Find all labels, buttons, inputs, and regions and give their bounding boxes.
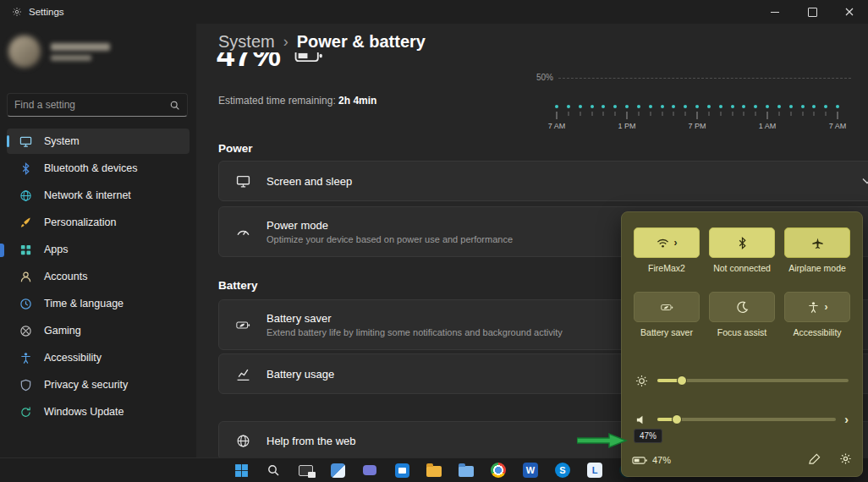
start-button[interactable] [230, 459, 252, 481]
user-profile[interactable] [8, 36, 110, 68]
card-screen-and-sleep[interactable]: Screen and sleep [218, 161, 868, 201]
microsoft-store-button[interactable] [391, 459, 413, 481]
sidebar-item-bluetooth-devices[interactable]: Bluetooth & devices [7, 156, 190, 181]
chart-tick [826, 112, 827, 116]
volume-output-chevron-icon[interactable]: › [844, 413, 849, 426]
chart-dot [719, 105, 722, 108]
breadcrumb-parent[interactable]: System [218, 32, 275, 52]
chart-tick [627, 112, 628, 119]
sidebar-item-personalization[interactable]: Personalization [7, 210, 190, 235]
focus-assist-tile[interactable] [709, 292, 775, 322]
widgets-button[interactable] [327, 459, 349, 481]
chart-tick [615, 112, 616, 116]
close-icon [845, 8, 854, 16]
selected-accent-bar [7, 135, 9, 147]
chevron-down-icon[interactable] [862, 178, 868, 184]
airplane-mode-tile-label: Airplane mode [788, 263, 846, 273]
sidebar-item-network-internet[interactable]: Network & internet [7, 183, 190, 208]
windows-update-icon [19, 405, 32, 419]
folder-icon [459, 466, 474, 477]
brightness-slider[interactable] [657, 375, 849, 386]
chevron-right-icon: › [674, 238, 678, 248]
chart-dot [812, 105, 816, 108]
volume-slider-thumb[interactable] [672, 414, 682, 424]
chevron-right-icon: › [825, 302, 828, 312]
chart-dot [602, 105, 605, 108]
maximize-button[interactable] [794, 0, 831, 24]
chart-tick [778, 112, 779, 116]
battery-status-indicator[interactable]: 47% [632, 455, 671, 465]
search-input[interactable] [8, 99, 169, 111]
airplane-mode-tile[interactable] [784, 227, 850, 258]
chart-tick [814, 112, 815, 116]
search-icon [266, 463, 280, 477]
skype-button[interactable]: S [552, 459, 574, 481]
accessibility-icon [807, 301, 820, 314]
sidebar-item-windows-update[interactable]: Windows Update [7, 399, 190, 424]
windows-logo-icon [234, 463, 249, 478]
volume-slider[interactable] [657, 414, 836, 425]
sidebar-item-label: Gaming [44, 325, 81, 337]
chart-dot [591, 105, 594, 108]
chart-time-label: 7 PM [688, 122, 706, 130]
card-title: Battery usage [266, 368, 334, 381]
sidebar-item-accessibility[interactable]: Accessibility [7, 345, 190, 370]
chart-tick [557, 112, 558, 119]
task-view-button[interactable] [294, 459, 316, 481]
wifi-tile-label: FireMax2 [648, 263, 685, 273]
chart-dot [801, 105, 805, 108]
bluetooth-icon [736, 237, 749, 249]
search-box[interactable] [7, 93, 188, 117]
sidebar-item-system[interactable]: System [7, 129, 190, 154]
edit-quick-settings-button[interactable] [808, 452, 821, 468]
chrome-icon [491, 463, 506, 478]
chrome-button[interactable] [487, 459, 509, 481]
chat-button[interactable] [359, 459, 381, 481]
accessibility-tile[interactable]: › [784, 292, 850, 322]
chart-dot [649, 105, 652, 108]
chart-tick [697, 112, 698, 119]
taskbar-search-button[interactable] [262, 459, 284, 481]
documents-folder-button[interactable] [455, 459, 477, 481]
file-explorer-button[interactable] [423, 459, 445, 481]
bluetooth-tile[interactable] [709, 227, 775, 258]
sidebar-item-apps[interactable]: Apps [7, 237, 190, 262]
all-settings-button[interactable] [839, 452, 852, 468]
chart-dot [672, 105, 675, 108]
sidebar-item-privacy-security[interactable]: Privacy & security [7, 372, 190, 397]
power-section-title: Power [218, 142, 253, 155]
settings-app-icon [12, 7, 22, 17]
sidebar-item-label: Privacy & security [44, 379, 128, 391]
sidebar-item-accounts[interactable]: Accounts [7, 264, 190, 289]
estimated-value: 2h 4min [338, 95, 376, 107]
battery-chart-dots [557, 105, 838, 110]
globe-icon [236, 434, 251, 448]
battery-saver-tile[interactable] [634, 292, 700, 322]
chart-tick [767, 112, 768, 119]
sidebar-item-time-language[interactable]: Time & language [7, 291, 190, 316]
chart-tick [673, 112, 674, 116]
widgets-icon [331, 463, 345, 478]
wifi-tile[interactable]: › [634, 227, 700, 258]
chart-dot [613, 105, 617, 108]
chart-dot [555, 105, 558, 108]
l-app-button[interactable]: L [584, 459, 606, 481]
card-title: Help from the web [266, 435, 356, 447]
word-button[interactable]: W [519, 459, 541, 481]
avatar [8, 36, 41, 68]
skype-icon: S [555, 463, 570, 478]
accessibility-tile-label: Accessibility [793, 327, 841, 337]
accessibility-icon [19, 351, 32, 364]
edge-annotation-mark [0, 244, 4, 257]
sidebar-item-gaming[interactable]: Gaming [7, 318, 190, 343]
sidebar-item-label: Bluetooth & devices [44, 162, 138, 174]
time-language-icon [19, 297, 32, 310]
chart-dot [824, 105, 827, 108]
brightness-slider-thumb[interactable] [677, 375, 687, 386]
minimize-button[interactable] [756, 0, 794, 24]
brightness-icon [635, 375, 649, 387]
close-button[interactable] [831, 0, 868, 24]
chart-dot [661, 105, 664, 108]
folder-icon [426, 466, 442, 477]
chart-time-label: 7 AM [548, 122, 566, 130]
